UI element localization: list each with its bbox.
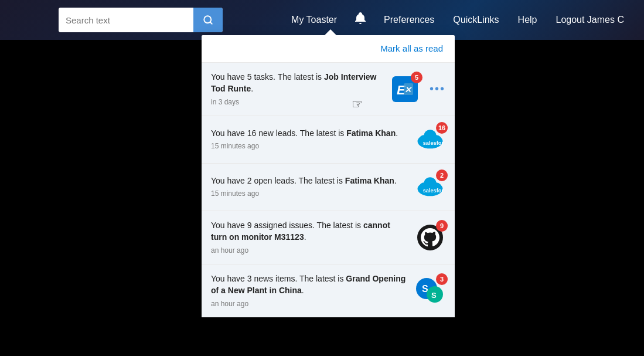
exchange-icon-wrapper: E ✕ 5 (390, 74, 420, 104)
nav-bell[interactable] (347, 6, 373, 33)
notification-dropdown: Mark all as read You have 5 tasks. The l… (202, 35, 455, 317)
nav-my-toaster[interactable]: My Toaster (283, 10, 345, 30)
dropdown-header: Mark all as read (202, 35, 455, 63)
notification-suffix: . (394, 176, 397, 185)
svg-text:S: S (431, 291, 437, 300)
github-icon-wrapper: 9 (415, 222, 445, 253)
notification-text: You have 2 open leads. The latest is Fat… (211, 175, 408, 199)
svg-text:salesforce: salesforce (423, 188, 444, 194)
notification-time: in 3 days (211, 97, 383, 107)
notification-suffix: . (251, 84, 253, 93)
notification-time: 15 minutes ago (211, 189, 408, 199)
sharepoint-icon-wrapper: S S 3 (415, 276, 445, 306)
nav-preferences[interactable]: Preferences (376, 10, 442, 30)
search-button[interactable] (193, 8, 223, 32)
notification-suffix: . (304, 232, 306, 242)
notification-prefix: You have 16 new leads. The latest is (211, 128, 346, 138)
notification-item[interactable]: You have 3 news items. The latest is Gra… (202, 265, 455, 317)
notification-text: You have 3 news items. The latest is Gra… (211, 273, 408, 309)
notification-bold: Fatima Khan (346, 128, 396, 138)
notification-text: You have 9 assigned issues. The latest i… (211, 219, 408, 256)
mark-all-read-button[interactable]: Mark all as read (380, 43, 443, 53)
search-icon (203, 15, 213, 25)
nav-logout[interactable]: Logout James C (547, 10, 632, 30)
badge: 5 (411, 72, 422, 83)
nav-help[interactable]: Help (510, 10, 546, 30)
notification-item[interactable]: You have 9 assigned issues. The latest i… (202, 211, 455, 265)
badge: 2 (436, 169, 448, 181)
salesforce-icon-wrapper: salesforce 16 (415, 124, 445, 155)
badge: 9 (436, 220, 448, 232)
notification-text: You have 16 new leads. The latest is Fat… (211, 127, 408, 152)
notification-item[interactable]: You have 16 new leads. The latest is Fat… (202, 116, 455, 164)
svg-line-1 (210, 22, 212, 23)
bell-icon (353, 11, 367, 25)
search-container (59, 8, 223, 32)
badge: 3 (436, 273, 448, 285)
navbar: My Toaster Preferences QuickLinks Help L… (0, 0, 644, 40)
notification-prefix: You have 2 open leads. The latest is (211, 176, 345, 185)
search-input[interactable] (59, 8, 193, 32)
notification-time: an hour ago (211, 299, 408, 309)
notification-time: an hour ago (211, 246, 408, 256)
notification-prefix: You have 5 tasks. The latest is (211, 72, 324, 82)
svg-text:salesforce: salesforce (423, 140, 444, 146)
notification-item[interactable]: You have 5 tasks. The latest is Job Inte… (202, 63, 455, 116)
notification-prefix: You have 9 assigned issues. The latest i… (211, 221, 363, 230)
notification-suffix: . (302, 286, 304, 295)
badge: 16 (436, 122, 448, 134)
notification-suffix: . (396, 128, 398, 138)
nav-quicklinks[interactable]: QuickLinks (445, 10, 507, 30)
notification-text: You have 5 tasks. The latest is Job Inte… (211, 71, 383, 107)
notification-prefix: You have 3 news items. The latest is (211, 274, 346, 283)
ellipsis-button[interactable]: ••• (430, 82, 445, 96)
salesforce-icon-wrapper-2: salesforce 2 (415, 172, 445, 202)
notification-bold: Fatima Khan (345, 176, 394, 185)
notification-time: 15 minutes ago (211, 141, 408, 151)
notification-item[interactable]: You have 2 open leads. The latest is Fat… (202, 164, 455, 211)
